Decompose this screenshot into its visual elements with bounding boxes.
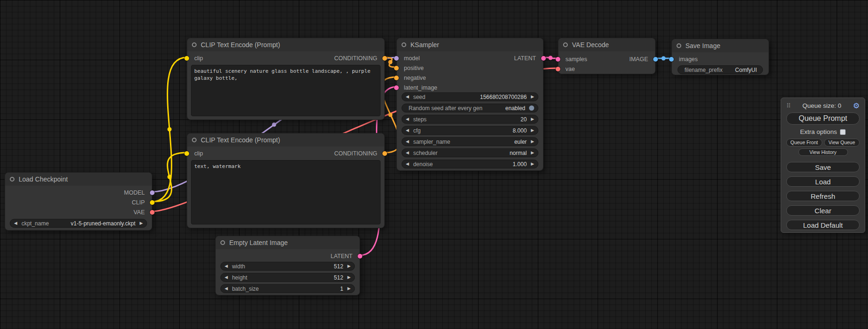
widget-width[interactable]: ◀ width 512 ▶ [220, 262, 355, 271]
collapse-dot-icon[interactable] [192, 42, 197, 47]
node-header[interactable]: VAE Decode [558, 38, 655, 51]
increment-arrow-icon[interactable]: ▶ [531, 95, 534, 99]
increment-arrow-icon[interactable]: ▶ [531, 128, 534, 133]
widget-sampler-name[interactable]: ◀ sampler_name euler ▶ [402, 137, 538, 146]
widget-value: 20 [521, 116, 527, 123]
output-dot-clip[interactable] [150, 200, 155, 205]
load-button[interactable]: Load [786, 176, 860, 187]
decrement-arrow-icon[interactable]: ◀ [14, 221, 17, 225]
widget-scheduler[interactable]: ◀ scheduler normal ▶ [402, 148, 538, 157]
decrement-arrow-icon[interactable]: ◀ [225, 275, 228, 280]
widget-filename-prefix[interactable]: filename_prefix ComfyUI [677, 65, 763, 74]
settings-gear-icon[interactable]: ⚙ [853, 102, 860, 110]
slot-row: images [672, 54, 769, 64]
widget-label: Random seed after every gen [409, 105, 482, 112]
view-queue-button[interactable]: View Queue [824, 139, 860, 147]
extra-options-checkbox[interactable] [840, 129, 846, 135]
decrement-arrow-icon[interactable]: ◀ [406, 151, 409, 155]
output-dot-model[interactable] [150, 190, 155, 195]
increment-arrow-icon[interactable]: ▶ [531, 117, 534, 121]
input-dot-samples[interactable] [556, 57, 560, 62]
increment-arrow-icon[interactable]: ▶ [347, 287, 351, 291]
queue-front-button[interactable]: Queue Front [786, 139, 822, 147]
decrement-arrow-icon[interactable]: ◀ [406, 95, 409, 99]
increment-arrow-icon[interactable]: ▶ [347, 264, 351, 268]
toggle-dot-icon[interactable] [529, 105, 534, 111]
collapse-dot-icon[interactable] [677, 43, 681, 48]
widget-label: height [232, 274, 247, 281]
widget-denoise[interactable]: ◀ denoise 1.000 ▶ [402, 160, 538, 168]
input-dot-vae[interactable] [556, 67, 560, 71]
node-empty-latent-image[interactable]: Empty Latent Image LATENT ◀ width 512 ▶ … [215, 236, 360, 295]
link-midpoint-dot [272, 123, 276, 127]
load-default-button[interactable]: Load Default [786, 220, 860, 230]
node-header[interactable]: KSampler [397, 38, 543, 51]
output-label-conditioning: CONDITIONING [334, 150, 377, 157]
collapse-dot-icon[interactable] [220, 240, 225, 245]
output-dot-conditioning[interactable] [382, 151, 387, 156]
decrement-arrow-icon[interactable]: ◀ [406, 128, 409, 133]
widget-value: normal [509, 150, 527, 156]
prompt-textarea[interactable]: text, watermark [191, 160, 381, 224]
decrement-arrow-icon[interactable]: ◀ [406, 140, 409, 144]
widget-batch-size[interactable]: ◀ batch_size 1 ▶ [220, 284, 355, 293]
input-label-negative: negative [404, 75, 426, 81]
collapse-dot-icon[interactable] [10, 177, 14, 182]
node-clip-text-encode-negative[interactable]: CLIP Text Encode (Prompt) clip CONDITION… [187, 133, 385, 228]
widget-label: cfg [413, 127, 421, 134]
decrement-arrow-icon[interactable]: ◀ [406, 117, 409, 121]
output-dot-conditioning[interactable] [382, 56, 387, 61]
input-dot-latent-image[interactable] [394, 85, 399, 90]
input-dot-model[interactable] [394, 56, 399, 61]
widget-height[interactable]: ◀ height 512 ▶ [220, 273, 355, 282]
input-label-vae: vae [565, 66, 575, 72]
node-vae-decode[interactable]: VAE Decode samples IMAGE vae [558, 38, 656, 74]
widget-random-seed-toggle[interactable]: Random seed after every gen enabled [402, 104, 538, 112]
increment-arrow-icon[interactable]: ▶ [531, 162, 534, 166]
node-header[interactable]: Save Image [672, 39, 769, 52]
view-history-button[interactable]: View History [798, 148, 848, 156]
output-dot-image[interactable] [653, 57, 658, 62]
node-header[interactable]: CLIP Text Encode (Prompt) [187, 38, 384, 51]
decrement-arrow-icon[interactable]: ◀ [225, 287, 228, 291]
graph-canvas[interactable]: Load Checkpoint MODEL CLIP VAE ◀ ckpt_na… [0, 0, 868, 329]
prompt-textarea[interactable]: beautiful scenery nature glass bottle la… [191, 65, 381, 116]
input-dot-negative[interactable] [394, 76, 399, 80]
widget-seed[interactable]: ◀ seed 156680208700286 ▶ [402, 92, 538, 101]
node-header[interactable]: Load Checkpoint [5, 173, 152, 186]
node-clip-text-encode-positive[interactable]: CLIP Text Encode (Prompt) clip CONDITION… [187, 38, 385, 120]
widget-steps[interactable]: ◀ steps 20 ▶ [402, 115, 538, 124]
collapse-dot-icon[interactable] [402, 42, 406, 47]
drag-handle-icon[interactable]: ⠿ [786, 102, 791, 109]
queue-prompt-button[interactable]: Queue Prompt [786, 112, 860, 125]
output-dot-latent[interactable] [358, 254, 362, 259]
decrement-arrow-icon[interactable]: ◀ [406, 162, 409, 166]
input-dot-clip[interactable] [184, 56, 189, 61]
output-dot-latent[interactable] [541, 56, 546, 61]
output-label-clip: CLIP [132, 199, 145, 206]
widget-cfg[interactable]: ◀ cfg 8.000 ▶ [402, 126, 538, 135]
input-dot-clip[interactable] [184, 151, 189, 156]
widget-value: enabled [505, 105, 525, 112]
increment-arrow-icon[interactable]: ▶ [531, 151, 534, 155]
decrement-arrow-icon[interactable]: ◀ [225, 264, 228, 268]
widget-value: 512 [334, 263, 343, 270]
queue-size-label: Queue size: 0 [791, 102, 853, 109]
collapse-dot-icon[interactable] [563, 42, 568, 47]
node-header[interactable]: Empty Latent Image [216, 236, 360, 249]
input-dot-images[interactable] [669, 57, 674, 62]
node-header[interactable]: CLIP Text Encode (Prompt) [187, 133, 384, 147]
node-load-checkpoint[interactable]: Load Checkpoint MODEL CLIP VAE ◀ ckpt_na… [5, 172, 152, 231]
widget-ckpt-name[interactable]: ◀ ckpt_name v1-5-pruned-emaonly.ckpt ▶ [10, 219, 147, 228]
output-dot-vae[interactable] [150, 210, 155, 215]
clear-button[interactable]: Clear [786, 205, 860, 216]
increment-arrow-icon[interactable]: ▶ [531, 140, 534, 144]
increment-arrow-icon[interactable]: ▶ [347, 275, 351, 280]
save-button[interactable]: Save [786, 162, 860, 172]
node-ksampler[interactable]: KSampler model LATENT positive negative … [396, 38, 543, 171]
increment-arrow-icon[interactable]: ▶ [140, 221, 143, 225]
collapse-dot-icon[interactable] [192, 138, 197, 142]
input-dot-positive[interactable] [394, 66, 399, 70]
refresh-button[interactable]: Refresh [786, 191, 860, 201]
node-save-image[interactable]: Save Image images filename_prefix ComfyU… [671, 39, 769, 75]
